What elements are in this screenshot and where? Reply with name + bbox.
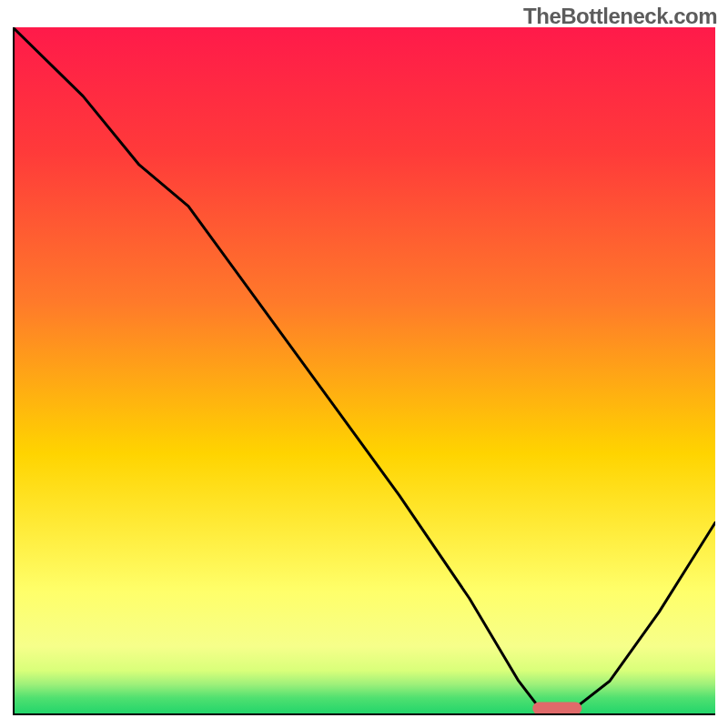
svg-rect-0	[13, 27, 715, 715]
watermark-text: TheBottleneck.com	[523, 4, 717, 29]
chart-svg	[13, 27, 715, 715]
optimal-marker	[532, 702, 581, 714]
chart-container: TheBottleneck.com	[0, 0, 728, 728]
plot-area	[13, 27, 715, 715]
